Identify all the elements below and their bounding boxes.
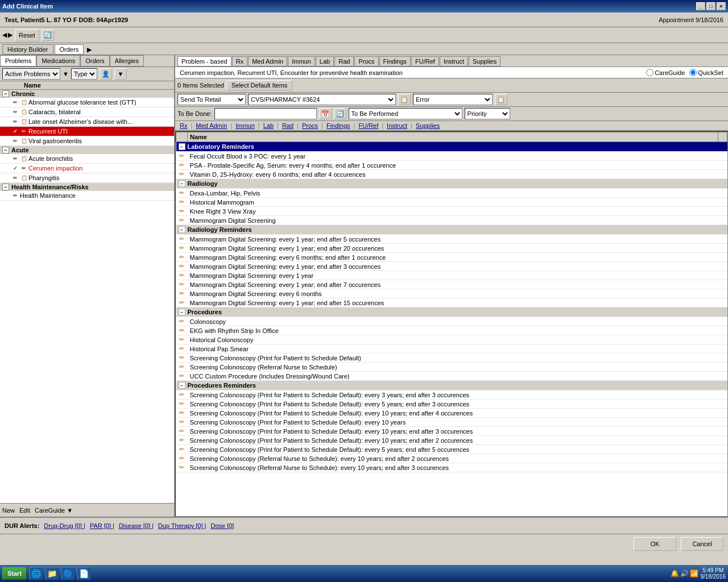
cancel-button[interactable]: Cancel (681, 537, 723, 551)
care-guide-radio-label[interactable]: CareGuide (646, 69, 685, 76)
table-row[interactable]: ✏ EKG with Rhythm Strip In Office (176, 326, 727, 335)
edit-icon[interactable]: ✏ (11, 108, 19, 116)
taskbar-folder-icon[interactable]: 📁 (45, 567, 59, 580)
table-row[interactable]: ✏ Fecal Occult Blood x 3 POC: every 1 ye… (176, 152, 727, 161)
table-row[interactable]: ✏ Mammogram Digital Screening: every 1 y… (176, 280, 727, 289)
list-item[interactable]: ✏ 📋 Viral gastroenteritis (0, 136, 174, 146)
table-row[interactable]: ✏ Screening Colonoscopy (Print for Patie… (176, 400, 727, 409)
new-btn[interactable]: New (2, 507, 15, 514)
pencil-cell[interactable]: ✏ (176, 400, 188, 409)
minimize-btn[interactable]: _ (696, 2, 705, 10)
taskbar-chrome-icon[interactable]: 🔵 (61, 567, 75, 580)
pencil-cell[interactable]: ✏ (176, 418, 188, 427)
sec-tab-med-admin[interactable]: Med Admin (193, 122, 229, 129)
edit-icon[interactable]: ✏ (11, 118, 19, 126)
start-button[interactable]: Start (2, 567, 27, 580)
dur-dup-therapy[interactable]: Dup Therapy [0] | (158, 522, 206, 529)
collapse-radiology[interactable]: − (179, 180, 185, 187)
quick-set-radio[interactable] (689, 69, 697, 76)
calendar-icon[interactable]: 📅 (319, 108, 332, 119)
next-arrow[interactable]: ▶ (8, 31, 13, 39)
pencil-cell[interactable]: ✏ (176, 354, 188, 363)
pencil-cell[interactable]: ✏ (176, 409, 188, 418)
table-row[interactable]: ✏ Screening Colonoscopy (Referral Nurse … (176, 454, 727, 463)
priority-select[interactable]: Priority (465, 108, 510, 119)
close-btn[interactable]: × (717, 2, 726, 10)
table-row[interactable]: ✏ Screening Colonoscopy (Referral Nurse … (176, 463, 727, 472)
send-retail-select[interactable]: Send To Retail (177, 94, 246, 105)
pencil-cell[interactable]: ✏ (176, 436, 188, 445)
performed-select[interactable]: To Be Performed (349, 108, 462, 119)
table-row[interactable]: ✏ Screening Colonoscopy (Print for Patie… (176, 427, 727, 436)
pencil-cell[interactable]: ✏ (176, 344, 188, 354)
table-row[interactable]: ✏ Vitamin D, 25-Hydroxy: every 6 months;… (176, 170, 727, 179)
pencil-cell[interactable]: ✏ (176, 189, 188, 198)
table-row[interactable]: ✏ Mammogram Digital Screening: every 1 y… (176, 298, 727, 307)
pencil-cell[interactable]: ✏ (176, 152, 188, 161)
check-icon[interactable]: ✓ (11, 164, 19, 172)
dur-par[interactable]: PAR [0] | (90, 522, 114, 529)
table-row[interactable]: ✏ Mammogram Digital Screening (176, 216, 727, 225)
table-row[interactable]: ✏ Historical Mammogram (176, 198, 727, 207)
tab-rad[interactable]: Rad (334, 56, 354, 66)
table-row[interactable]: ✏ Mammogram Digital Screening: every 6 m… (176, 289, 727, 298)
prev-arrow[interactable]: ◀ (2, 31, 7, 39)
edit-icon[interactable]: ✏ (11, 174, 19, 182)
dur-disease[interactable]: Disease [0] | (119, 522, 154, 529)
tab-rx[interactable]: Rx (232, 56, 247, 66)
arrow-btn[interactable]: ▶ (85, 44, 94, 55)
pencil-cell[interactable]: ✏ (176, 161, 188, 170)
type-select[interactable]: Type (71, 68, 97, 80)
sec-tab-lab[interactable]: Lab (261, 122, 276, 129)
edit-icon[interactable]: ✏ (20, 127, 28, 135)
table-row[interactable]: ✏ PSA - Prostate-Specific Ag, Serum: eve… (176, 161, 727, 170)
pencil-icon[interactable]: 📋 (20, 137, 28, 145)
table-row[interactable]: ✏ Dexa-Lumbar, Hip, Pelvis (176, 189, 727, 198)
table-row[interactable]: ✏ Screening Colonoscopy (Print for Patie… (176, 418, 727, 427)
check-icon[interactable]: ✓ (11, 127, 19, 135)
tab-med-admin[interactable]: Med Admin (248, 56, 287, 66)
refresh-icon[interactable]: 🔄 (42, 30, 54, 41)
list-item[interactable]: ✏ 📋 Pharyngitis (0, 173, 174, 183)
table-row[interactable]: ✏ Mammogram Digital Screening: every 1 y… (176, 262, 727, 271)
edit-icon[interactable]: ✏ (20, 164, 28, 172)
pencil-cell[interactable]: ✏ (176, 463, 188, 472)
tab-instruct[interactable]: Instruct (440, 56, 468, 66)
quick-set-radio-label[interactable]: QuickSet (689, 69, 723, 76)
orders-table-scroll[interactable]: Name − Laboratory Reminders (175, 131, 728, 517)
person-icon[interactable]: 👤 (100, 68, 112, 80)
collapse-lab-reminders[interactable]: − (179, 143, 185, 150)
edit-icon[interactable]: ✏ (11, 155, 19, 163)
pencil-cell[interactable]: ✏ (176, 244, 188, 253)
taskbar-ie-icon[interactable]: 🌐 (29, 567, 43, 580)
pencil-cell[interactable]: ✏ (176, 235, 188, 244)
select-default-button[interactable]: Select Default Items (226, 80, 292, 90)
table-row[interactable]: ✏ Screening Colonoscopy (Print for Patie… (176, 354, 727, 363)
pencil-cell[interactable]: ✏ (176, 454, 188, 463)
active-problems-select[interactable]: Active Problems (2, 68, 60, 80)
pencil-cell[interactable]: ✏ (176, 280, 188, 289)
table-row[interactable]: ✏ Screening Colonoscopy (Print for Patie… (176, 390, 727, 400)
collapse-rad-reminders[interactable]: − (179, 226, 185, 233)
pencil-icon[interactable]: 📋 (20, 108, 28, 116)
pencil-cell[interactable]: ✏ (176, 216, 188, 225)
pencil-cell[interactable]: ✏ (176, 363, 188, 372)
dur-drug-drug[interactable]: Drug-Drug [0] | (44, 522, 85, 529)
pencil-cell[interactable]: ✏ (176, 262, 188, 271)
tab-allergies[interactable]: Allergies (110, 55, 144, 66)
tab-problem-based[interactable]: Problem - based (177, 56, 231, 66)
edit-icon[interactable]: ✏ (11, 98, 19, 106)
collapse-health[interactable]: − (2, 184, 9, 190)
tab-immun[interactable]: Immun (288, 56, 315, 66)
pencil-cell[interactable]: ✏ (176, 372, 188, 381)
sec-tab-findings[interactable]: Findings (324, 122, 353, 129)
sec-tab-fu-ref[interactable]: FU/Ref (356, 122, 380, 129)
sec-tab-procs[interactable]: Procs (300, 122, 320, 129)
table-row[interactable]: ✏ Historical Pap Smear (176, 344, 727, 354)
tab-fu-ref[interactable]: FU/Ref (411, 56, 439, 66)
care-guide-btn[interactable]: CareGuide ▼ (35, 507, 73, 514)
error-select[interactable]: Error (413, 94, 493, 105)
list-item[interactable]: ✏ 📋 Cataracts, bilateral (0, 107, 174, 117)
pencil-icon[interactable]: 📋 (20, 155, 28, 163)
dur-dose[interactable]: Dose [0] (210, 522, 234, 529)
